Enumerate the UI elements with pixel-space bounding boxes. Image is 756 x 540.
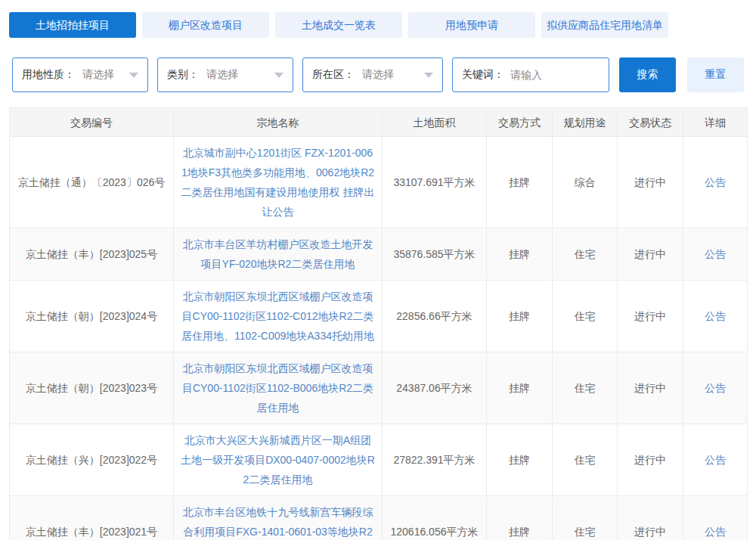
select-filter-2[interactable]: 类别：请选择 <box>157 57 293 92</box>
tab-2[interactable]: 棚户区改造项目 <box>142 12 269 38</box>
cell-parcel-name-link[interactable]: 北京市大兴区大兴新城西片区一期A组团土地一级开发项目DX00-0407-0002… <box>174 424 383 496</box>
column-header: 详细 <box>683 108 748 137</box>
cell-land-area: 33107.691平方米 <box>383 137 487 228</box>
cell-transaction-method: 挂牌 <box>487 352 553 424</box>
cell-detail-link[interactable]: 公告 <box>683 424 748 496</box>
cell-land-area: 24387.06平方米 <box>383 352 487 424</box>
cell-detail-link[interactable]: 公告 <box>683 228 748 281</box>
cell-parcel-name-link[interactable]: 北京市朝阳区东坝北西区域棚户区改造项目CY00-1102街区1102-B006地… <box>174 352 383 424</box>
keyword-label: 关键词： <box>462 68 504 82</box>
cell-transaction-method: 挂牌 <box>487 137 553 228</box>
select-filter-value: 请选择 <box>82 68 126 82</box>
cell-transaction-id: 京土储挂（兴）[2023]022号 <box>10 424 174 496</box>
cell-transaction-id: 京土储挂（丰）[2023]025号 <box>10 228 174 281</box>
select-filter-label: 类别： <box>167 68 199 82</box>
cell-land-area: 35876.585平方米 <box>383 228 487 281</box>
cell-land-area: 22856.66平方米 <box>383 281 487 352</box>
cell-detail-link[interactable]: 公告 <box>683 496 748 540</box>
table-row: 京土储挂（丰）[2023]021号北京市丰台区地铁十九号线新宫车辆段综合利用项目… <box>10 496 748 540</box>
cell-transaction-status: 进行中 <box>618 352 683 424</box>
cell-parcel-name-link[interactable]: 北京城市副中心1201街区 FZX-1201-0061地块F3其他类多功能用地、… <box>174 137 383 228</box>
column-header: 交易状态 <box>618 108 683 137</box>
cell-transaction-method: 挂牌 <box>487 228 553 281</box>
cell-planned-use: 综合 <box>553 137 618 228</box>
cell-detail-link[interactable]: 公告 <box>683 137 748 228</box>
cell-transaction-method: 挂牌 <box>487 424 553 496</box>
select-filter-1[interactable]: 用地性质：请选择 <box>12 57 148 92</box>
cell-detail-link[interactable]: 公告 <box>683 352 748 424</box>
table-row: 京土储挂（朝）[2023]024号北京市朝阳区东坝北西区域棚户区改造项目CY00… <box>10 281 748 352</box>
cell-land-area: 120616.056平方米 <box>383 496 487 540</box>
land-listing-table: 交易编号宗地名称土地面积交易方式规划用途交易状态详细 京土储挂（通）〔2023〕… <box>9 107 748 540</box>
table-row: 京土储挂（兴）[2023]022号北京市大兴区大兴新城西片区一期A组团土地一级开… <box>10 424 748 496</box>
select-filter-value: 请选择 <box>206 68 271 82</box>
table-header-row: 交易编号宗地名称土地面积交易方式规划用途交易状态详细 <box>10 108 748 137</box>
chevron-down-icon <box>129 73 138 78</box>
select-filter-label: 用地性质： <box>22 68 75 82</box>
chevron-down-icon <box>424 73 433 78</box>
keyword-filter[interactable]: 关键词： <box>452 57 609 92</box>
cell-transaction-method: 挂牌 <box>487 281 553 352</box>
table-row: 京土储挂（朝）[2023]023号北京市朝阳区东坝北西区域棚户区改造项目CY00… <box>10 352 748 424</box>
keyword-input[interactable] <box>510 69 600 81</box>
table-body: 京土储挂（通）〔2023〕026号北京城市副中心1201街区 FZX-1201-… <box>10 137 748 540</box>
cell-transaction-method: 挂牌 <box>487 496 553 540</box>
cell-parcel-name-link[interactable]: 北京市丰台区羊坊村棚户区改造土地开发项目YF-020地块R2二类居住用地 <box>174 228 383 281</box>
cell-land-area: 27822.391平方米 <box>383 424 487 496</box>
tab-3[interactable]: 土地成交一览表 <box>275 12 402 38</box>
cell-transaction-status: 进行中 <box>618 496 683 540</box>
tab-4[interactable]: 用地预申请 <box>408 12 535 38</box>
cell-transaction-id: 京土储挂（丰）[2023]021号 <box>10 496 174 540</box>
reset-button[interactable]: 重置 <box>687 57 744 92</box>
column-header: 交易方式 <box>487 108 553 137</box>
cell-planned-use: 住宅 <box>553 424 618 496</box>
tab-bar: 土地招拍挂项目棚户区改造项目土地成交一览表用地预申请拟供应商品住宅用地清单 <box>9 12 747 38</box>
tab-5[interactable]: 拟供应商品住宅用地清单 <box>541 12 668 38</box>
chevron-down-icon <box>274 73 284 78</box>
cell-transaction-status: 进行中 <box>618 228 683 281</box>
cell-detail-link[interactable]: 公告 <box>683 281 748 352</box>
select-filter-3[interactable]: 所在区：请选择 <box>302 57 443 92</box>
tab-1[interactable]: 土地招拍挂项目 <box>9 12 136 38</box>
search-button[interactable]: 搜索 <box>619 57 676 92</box>
filter-bar: 用地性质：请选择类别：请选择所在区：请选择 关键词： 搜索 重置 <box>12 57 747 92</box>
column-header: 规划用途 <box>553 108 618 137</box>
cell-planned-use: 住宅 <box>553 496 618 540</box>
table-row: 京土储挂（通）〔2023〕026号北京城市副中心1201街区 FZX-1201-… <box>10 137 748 228</box>
cell-parcel-name-link[interactable]: 北京市朝阳区东坝北西区域棚户区改造项目CY00-1102街区1102-C012地… <box>174 281 383 352</box>
select-filter-value: 请选择 <box>362 68 421 82</box>
select-filter-label: 所在区： <box>312 68 355 82</box>
cell-transaction-status: 进行中 <box>618 281 683 352</box>
column-header: 土地面积 <box>383 108 487 137</box>
cell-transaction-status: 进行中 <box>618 137 683 228</box>
table-row: 京土储挂（丰）[2023]025号北京市丰台区羊坊村棚户区改造土地开发项目YF-… <box>10 228 748 281</box>
cell-transaction-id: 京土储挂（朝）[2023]024号 <box>10 281 174 352</box>
cell-parcel-name-link[interactable]: 北京市丰台区地铁十九号线新宫车辆段综合利用项目FXG-1401-0601-03等… <box>174 496 383 540</box>
cell-transaction-status: 进行中 <box>618 424 683 496</box>
cell-transaction-id: 京土储挂（通）〔2023〕026号 <box>10 137 174 228</box>
cell-planned-use: 住宅 <box>553 352 618 424</box>
cell-transaction-id: 京土储挂（朝）[2023]023号 <box>10 352 174 424</box>
column-header: 交易编号 <box>10 108 174 137</box>
column-header: 宗地名称 <box>174 108 383 137</box>
cell-planned-use: 住宅 <box>553 228 618 281</box>
cell-planned-use: 住宅 <box>553 281 618 352</box>
table-header: 交易编号宗地名称土地面积交易方式规划用途交易状态详细 <box>10 108 748 137</box>
